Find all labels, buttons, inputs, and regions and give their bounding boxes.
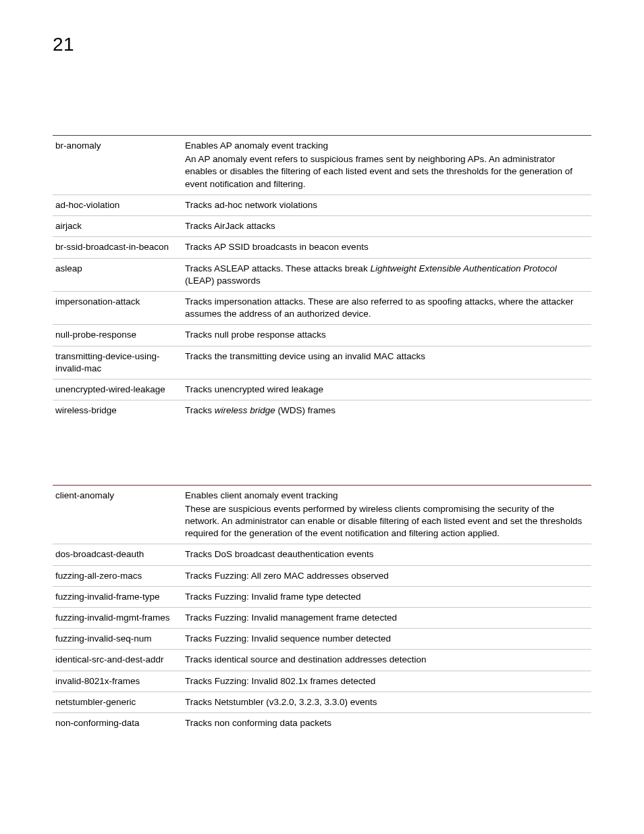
table-row: asleap Tracks ASLEAP attacks. These atta… <box>53 259 591 292</box>
table-row: unencrypted-wired-leakage Tracks unencry… <box>53 380 591 400</box>
description: Tracks unencrypted wired leakage <box>185 384 591 396</box>
term: fuzzing-invalid-seq-num <box>53 633 185 645</box>
term: unencrypted-wired-leakage <box>53 384 185 396</box>
description: Tracks Fuzzing: Invalid management frame… <box>185 612 591 624</box>
description: Tracks ASLEAP attacks. These attacks bre… <box>185 263 591 287</box>
description: Tracks Fuzzing: Invalid frame type detec… <box>185 591 591 603</box>
description: Tracks ad-hoc network violations <box>185 199 591 211</box>
table-gap <box>53 421 591 485</box>
term: wireless-bridge <box>53 405 185 417</box>
term: invalid-8021x-frames <box>53 675 185 687</box>
desc-italic: wireless bridge <box>215 405 275 415</box>
desc-prefix: Tracks <box>185 405 215 415</box>
description: Tracks non conforming data packets <box>185 717 591 729</box>
desc-suffix: (WDS) frames <box>275 405 336 415</box>
term: ad-hoc-violation <box>53 199 185 211</box>
desc-suffix: (LEAP) passwords <box>185 276 261 286</box>
table-row: invalid-8021x-frames Tracks Fuzzing: Inv… <box>53 671 591 692</box>
description: Tracks AirJack attacks <box>185 220 591 232</box>
description: Tracks Netstumbler (v3.2.0, 3.2.3, 3.3.0… <box>185 696 591 708</box>
table-row: transmitting-device-using-invalid-mac Tr… <box>53 346 591 380</box>
description: Tracks Fuzzing: All zero MAC addresses o… <box>185 570 591 582</box>
term: asleap <box>53 263 185 287</box>
table-row: fuzzing-invalid-mgmt-frames Tracks Fuzzi… <box>53 608 591 629</box>
term: non-conforming-data <box>53 717 185 729</box>
table-row: null-probe-response Tracks null probe re… <box>53 325 591 346</box>
term: fuzzing-all-zero-macs <box>53 570 185 582</box>
table-row: br-anomaly Enables AP anomaly event trac… <box>53 136 591 195</box>
term: client-anomaly <box>53 490 185 540</box>
table-row: fuzzing-invalid-frame-type Tracks Fuzzin… <box>53 587 591 608</box>
table-row: wireless-bridge Tracks wireless bridge (… <box>53 400 591 421</box>
table-row: fuzzing-all-zero-macs Tracks Fuzzing: Al… <box>53 566 591 587</box>
term: fuzzing-invalid-frame-type <box>53 591 185 603</box>
term: fuzzing-invalid-mgmt-frames <box>53 612 185 624</box>
term: null-probe-response <box>53 329 185 341</box>
description: Tracks impersonation attacks. These are … <box>185 296 591 320</box>
term: br-anomaly <box>53 140 185 190</box>
desc-para: These are suspicious events performed by… <box>185 503 589 540</box>
table-ap-anomaly: br-anomaly Enables AP anomaly event trac… <box>53 135 591 421</box>
term: transmitting-device-using-invalid-mac <box>53 350 185 375</box>
term: identical-src-and-dest-addr <box>53 654 185 666</box>
table-client-anomaly: client-anomaly Enables client anomaly ev… <box>53 485 591 734</box>
term: impersonation-attack <box>53 296 185 320</box>
term: br-ssid-broadcast-in-beacon <box>53 241 185 253</box>
table-row: ad-hoc-violation Tracks ad-hoc network v… <box>53 195 591 216</box>
table-row: dos-broadcast-deauth Tracks DoS broadcas… <box>53 544 591 565</box>
table-row: non-conforming-data Tracks non conformin… <box>53 713 591 733</box>
description: Tracks DoS broadcast deauthentication ev… <box>185 548 591 561</box>
description: Tracks AP SSID broadcasts in beacon even… <box>185 241 591 253</box>
term: netstumbler-generic <box>53 696 185 708</box>
term: airjack <box>53 220 185 232</box>
description: Tracks wireless bridge (WDS) frames <box>185 405 591 417</box>
page-number: 21 <box>53 34 591 55</box>
description: Enables AP anomaly event tracking An AP … <box>185 140 591 190</box>
table-row: impersonation-attack Tracks impersonatio… <box>53 292 591 325</box>
description: Tracks Fuzzing: Invalid 802.1x frames de… <box>185 675 591 687</box>
term: dos-broadcast-deauth <box>53 548 185 561</box>
table-row: client-anomaly Enables client anomaly ev… <box>53 486 591 545</box>
table-row: br-ssid-broadcast-in-beacon Tracks AP SS… <box>53 237 591 258</box>
table-row: netstumbler-generic Tracks Netstumbler (… <box>53 692 591 713</box>
table-row: fuzzing-invalid-seq-num Tracks Fuzzing: … <box>53 629 591 650</box>
description: Enables client anomaly event tracking Th… <box>185 490 591 540</box>
table-row: airjack Tracks AirJack attacks <box>53 216 591 237</box>
description: Tracks the transmitting device using an … <box>185 350 591 375</box>
desc-prefix: Tracks ASLEAP attacks. These attacks bre… <box>185 263 370 273</box>
desc-line: Enables client anomaly event tracking <box>185 490 589 502</box>
desc-line: Enables AP anomaly event tracking <box>185 140 589 152</box>
desc-italic: Lightweight Extensible Authentication Pr… <box>370 263 556 273</box>
description: Tracks identical source and destination … <box>185 654 591 666</box>
description: Tracks null probe response attacks <box>185 329 591 341</box>
desc-para: An AP anomaly event refers to suspicious… <box>185 153 589 190</box>
description: Tracks Fuzzing: Invalid sequence number … <box>185 633 591 645</box>
table-row: identical-src-and-dest-addr Tracks ident… <box>53 650 591 671</box>
